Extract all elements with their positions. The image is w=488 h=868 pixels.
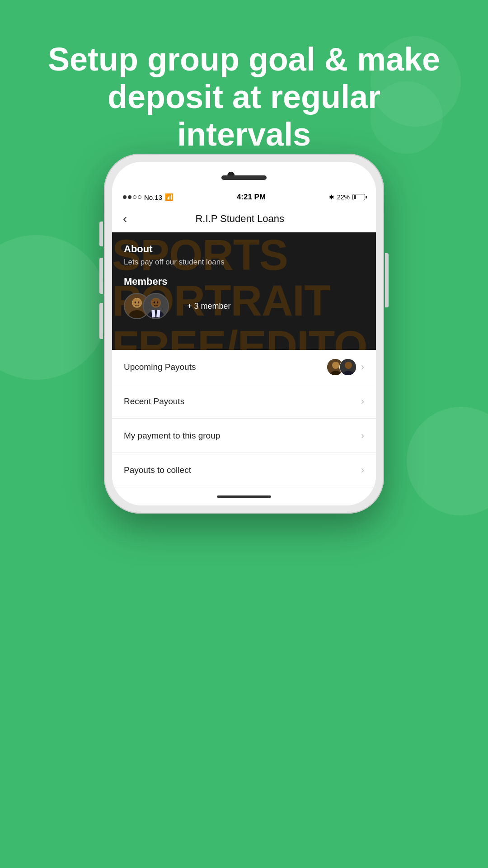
- battery-percent: 22%: [337, 193, 350, 201]
- svg-rect-12: [151, 310, 155, 318]
- bluetooth-icon: ✱: [329, 193, 334, 201]
- chevron-icon-upcoming: ›: [361, 361, 364, 373]
- chevron-icon-my-payment: ›: [361, 430, 364, 442]
- battery-indicator: [352, 194, 365, 200]
- banner-content: About Lets pay off our student loans Mem…: [124, 243, 364, 319]
- signal-dot-4: [138, 195, 141, 199]
- phone-top-bar: [112, 162, 376, 189]
- upcoming-payouts-right: ›: [327, 359, 364, 376]
- headline-text-2: deposit at regular intervals: [108, 79, 380, 152]
- back-button[interactable]: ‹: [123, 212, 127, 226]
- home-indicator: [217, 495, 271, 498]
- members-row: + 3 member: [124, 293, 364, 319]
- menu-item-left-upcoming: Upcoming Payouts: [124, 362, 196, 372]
- members-label: Members: [124, 276, 364, 288]
- signal-dot-2: [128, 195, 131, 199]
- speaker: [221, 175, 267, 180]
- signal-dots: [123, 195, 141, 199]
- status-left: No.13 📶: [123, 193, 174, 201]
- side-button-power: [385, 253, 389, 307]
- signal-dot-1: [123, 195, 127, 199]
- about-description: Lets pay off our student loans: [124, 258, 364, 267]
- nav-bar: ‹ R.I.P Student Loans: [112, 205, 376, 232]
- member-avatars: [124, 293, 169, 319]
- my-payment-label: My payment to this group: [124, 431, 220, 441]
- menu-list: Upcoming Payouts: [112, 350, 376, 487]
- svg-point-4: [135, 302, 136, 304]
- status-time: 4:21 PM: [237, 193, 266, 202]
- about-label: About: [124, 243, 364, 255]
- upcoming-payouts-label: Upcoming Payouts: [124, 362, 196, 372]
- phone-bottom-bar: [112, 487, 376, 505]
- bg-decoration-circle-2: [407, 407, 488, 515]
- svg-rect-13: [156, 310, 160, 318]
- headline-text: Setup group goal & make: [48, 41, 440, 77]
- side-button-vol-down: [99, 303, 103, 339]
- status-right: ✱ 22%: [329, 193, 365, 201]
- upcoming-avatars: [327, 359, 357, 376]
- menu-item-upcoming-payouts[interactable]: Upcoming Payouts: [112, 350, 376, 384]
- phone-shell: No.13 📶 4:21 PM ✱ 22% ‹ R.I.P Student Lo…: [104, 154, 384, 514]
- member-avatar-2: [143, 293, 169, 319]
- svg-point-11: [157, 302, 159, 304]
- menu-item-my-payment[interactable]: My payment to this group ›: [112, 419, 376, 453]
- signal-dot-3: [133, 195, 136, 199]
- recent-payouts-label: Recent Payouts: [124, 396, 184, 406]
- bg-decoration-circle-1: [0, 235, 108, 380]
- side-button-mute: [99, 222, 103, 246]
- nav-title: R.I.P Student Loans: [131, 213, 348, 225]
- svg-point-18: [345, 362, 352, 369]
- status-bar: No.13 📶 4:21 PM ✱ 22%: [112, 189, 376, 205]
- menu-item-payouts-collect[interactable]: Payouts to collect ›: [112, 453, 376, 487]
- member-count: + 3 member: [187, 302, 231, 311]
- svg-point-15: [332, 362, 339, 369]
- headline: Setup group goal & make deposit at regul…: [0, 41, 488, 153]
- svg-point-5: [138, 302, 140, 304]
- chevron-icon-recent: ›: [361, 396, 364, 407]
- chevron-icon-collect: ›: [361, 464, 364, 476]
- wifi-icon: 📶: [165, 193, 174, 201]
- payouts-collect-label: Payouts to collect: [124, 465, 191, 475]
- phone-mockup: No.13 📶 4:21 PM ✱ 22% ‹ R.I.P Student Lo…: [104, 154, 384, 514]
- group-banner: SPORTSPORTRAITFREE/EDITOLANDSCAP About L…: [112, 232, 376, 350]
- battery-fill: [354, 195, 356, 199]
- side-button-vol-up: [99, 258, 103, 294]
- phone-screen: No.13 📶 4:21 PM ✱ 22% ‹ R.I.P Student Lo…: [112, 162, 376, 505]
- mini-avatar-2: [339, 359, 357, 376]
- svg-point-10: [154, 302, 155, 304]
- menu-item-recent-payouts[interactable]: Recent Payouts ›: [112, 384, 376, 419]
- carrier-name: No.13: [144, 193, 162, 201]
